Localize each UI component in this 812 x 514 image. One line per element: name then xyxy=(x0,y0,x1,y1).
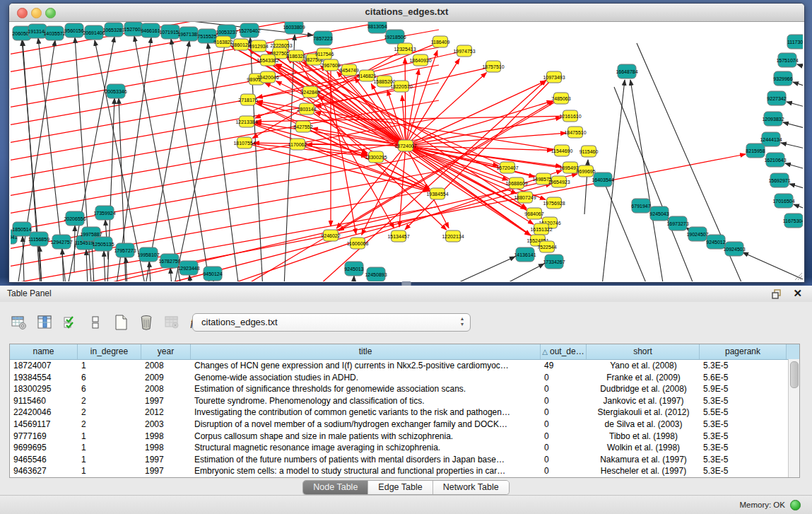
graph-edge[interactable] xyxy=(789,184,803,193)
graph-node[interactable]: 9245013 xyxy=(344,262,363,276)
graph-edge[interactable] xyxy=(787,102,803,111)
table-row[interactable]: 2242004622012Investigating the contribut… xyxy=(10,407,799,419)
graph-node[interactable]: 1850514 xyxy=(12,222,31,236)
window-resize-grip-icon[interactable] xyxy=(793,271,803,281)
graph-node[interactable]: 9329966 xyxy=(773,71,792,86)
graph-node[interactable]: 18107554 xyxy=(233,137,255,148)
graph-node[interactable]: 20053346 xyxy=(105,84,126,98)
graph-edge[interactable] xyxy=(490,264,544,281)
graph-node[interactable]: 12505135 xyxy=(92,237,114,251)
graph-node[interactable]: 11156859 xyxy=(28,232,49,246)
graph-edge[interactable] xyxy=(307,144,400,146)
graph-node[interactable]: 19958107 xyxy=(137,247,159,262)
graph-node[interactable]: 15276402 xyxy=(238,23,260,37)
graph-node[interactable]: 17359924 xyxy=(93,206,115,220)
graph-node[interactable]: 16033809 xyxy=(283,22,305,34)
graph-edge[interactable] xyxy=(74,226,75,272)
table-row[interactable]: 977716911998Corpus callosum shape and si… xyxy=(10,431,799,443)
graph-node[interactable]: 19024507 xyxy=(686,227,708,241)
tab-edge-table[interactable]: Edge Table xyxy=(368,481,433,494)
row-height-icon[interactable] xyxy=(86,313,105,332)
graph-node[interactable]: 7485063 xyxy=(551,93,570,104)
graph-node[interactable]: 16648784 xyxy=(616,64,637,78)
graph-edge[interactable] xyxy=(149,262,152,281)
graph-node[interactable]: 9450124 xyxy=(203,267,222,281)
graph-node[interactable]: 8427552 xyxy=(293,121,312,132)
graph-node[interactable]: 18757510 xyxy=(482,61,504,72)
graph-edge[interactable] xyxy=(411,81,546,143)
float-panel-icon[interactable] xyxy=(771,288,782,300)
graph-edge[interactable] xyxy=(785,163,803,173)
graph-node[interactable]: 15134457 xyxy=(387,230,409,242)
network-window[interactable]: citations_edges.txt 20605031913148140355… xyxy=(8,3,805,283)
graph-node[interactable]: 18640930 xyxy=(409,54,431,66)
graph-node[interactable]: 20206556 xyxy=(64,211,86,226)
graph-node[interactable]: 8454749 xyxy=(339,64,358,76)
graph-node[interactable]: 9246022 xyxy=(321,230,340,241)
graph-node[interactable]: 17016504 xyxy=(772,194,794,208)
new-table-icon[interactable] xyxy=(112,313,130,332)
graph-edge[interactable] xyxy=(134,36,184,281)
graph-node[interactable]: 8813054 xyxy=(367,22,387,33)
graph-node[interactable]: 18807249 xyxy=(514,192,536,203)
graph-node[interactable]: 12923448 xyxy=(177,261,199,275)
graph-node[interactable]: 17334267 xyxy=(543,255,565,269)
delete-rows-icon[interactable] xyxy=(137,313,155,332)
graph-node[interactable]: 11606068 xyxy=(347,238,369,249)
graph-node[interactable]: 10653287 xyxy=(102,23,124,37)
graph-edge[interactable] xyxy=(353,276,354,281)
graph-edge[interactable] xyxy=(797,64,803,71)
table-settings-icon[interactable] xyxy=(10,313,28,332)
graph-node[interactable]: 19671385 xyxy=(177,27,199,41)
close-panel-icon[interactable]: ✕ xyxy=(793,287,802,300)
graph-node[interactable]: 12942757 xyxy=(50,235,72,249)
graph-node[interactable]: 16973273 xyxy=(666,216,688,230)
graph-node[interactable]: 15692971 xyxy=(768,173,790,187)
graph-node[interactable]: 8186328 xyxy=(286,50,305,62)
graph-node[interactable]: 12093832 xyxy=(762,112,784,126)
graph-edge[interactable] xyxy=(781,143,803,152)
column-header-pagerank[interactable]: pagerank xyxy=(700,344,787,359)
graph-node[interactable]: 16403544 xyxy=(592,173,613,187)
graph-edge[interactable] xyxy=(126,257,128,281)
graph-edge[interactable] xyxy=(86,250,88,281)
graph-node[interactable]: 9115460 xyxy=(579,146,599,157)
graph-node[interactable]: 1170062 xyxy=(288,139,307,150)
table-row[interactable]: 1872400712008Changes of HCN gene express… xyxy=(10,360,799,372)
graph-node[interactable]: 19756928 xyxy=(543,197,565,209)
graph-node[interactable]: 8215958 xyxy=(746,144,765,158)
column-header-year[interactable]: year xyxy=(141,344,191,359)
table-row[interactable]: 911546021997Tourette syndrome. Phenomeno… xyxy=(10,395,799,407)
column-header-name[interactable]: name xyxy=(10,344,78,359)
graph-edge[interactable] xyxy=(402,95,406,140)
graph-node[interactable]: 2967608 xyxy=(321,59,340,71)
graph-node[interactable]: 9560156 xyxy=(64,23,83,37)
graph-node[interactable]: 16210643 xyxy=(764,153,786,167)
graph-node[interactable]: 18300295 xyxy=(365,151,387,163)
graph-edge[interactable] xyxy=(208,43,241,281)
graph-edge[interactable] xyxy=(170,39,226,281)
graph-node[interactable]: 2718176 xyxy=(238,94,257,105)
graph-node[interactable]: 9163822 xyxy=(213,36,233,47)
graph-node[interactable]: 8860128 xyxy=(231,39,250,50)
column-header-title[interactable]: title xyxy=(191,344,541,359)
graph-node[interactable]: 20691406 xyxy=(83,25,105,40)
graph-node[interactable]: 18475510 xyxy=(564,127,586,138)
graph-node[interactable]: 19218506 xyxy=(384,30,406,44)
graph-edge[interactable] xyxy=(325,59,355,234)
graph-node[interactable]: 9699695 xyxy=(576,165,595,177)
graph-node[interactable]: 19384554 xyxy=(426,188,448,199)
table-row[interactable]: 969969511998Structural magnetic resonanc… xyxy=(10,442,799,454)
graph-node[interactable]: 9117546 xyxy=(315,48,334,59)
table-row[interactable]: 946362711997Embryonic stem cells: a mode… xyxy=(10,465,799,477)
scrollbar-thumb[interactable] xyxy=(790,361,799,388)
graph-node[interactable]: 15751074 xyxy=(776,53,798,67)
graph-node[interactable]: 11544690 xyxy=(551,145,573,156)
graph-node[interactable]: 9242848 xyxy=(300,86,319,98)
graph-edge[interactable] xyxy=(408,59,459,141)
graph-node[interactable]: 11675304 xyxy=(783,214,803,228)
table-row[interactable]: 946554611997Estimation of the future num… xyxy=(10,454,799,466)
graph-edge[interactable] xyxy=(170,268,173,281)
graph-node[interactable]: 9245043 xyxy=(649,206,669,221)
table-row[interactable]: 1830029562008Estimation of significance … xyxy=(10,383,799,395)
